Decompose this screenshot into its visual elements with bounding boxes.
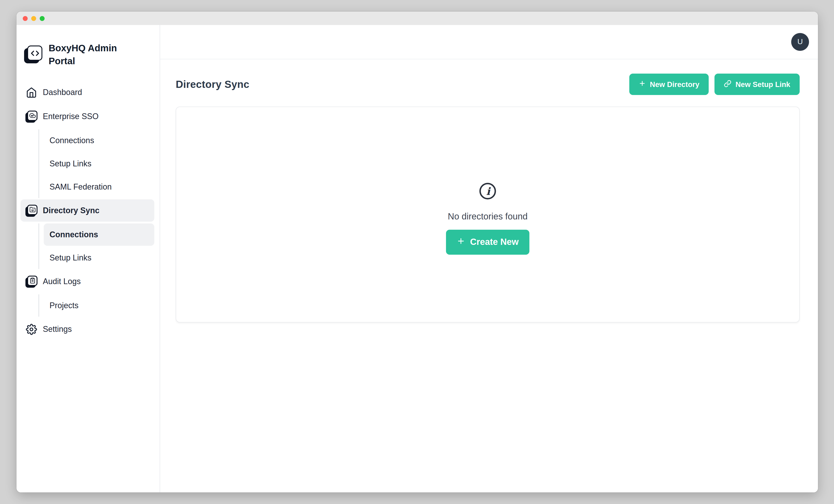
close-window-button[interactable] — [23, 16, 28, 21]
plus-icon — [639, 80, 646, 89]
new-setup-link-button[interactable]: New Setup Link — [715, 73, 800, 95]
directory-sync-subgroup: Connections Setup Links — [38, 223, 160, 269]
code-badge-icon — [24, 45, 42, 63]
app-window: BoxyHQ Admin Portal Dashboard — [17, 12, 818, 492]
sidebar-item-label: Enterprise SSO — [43, 112, 98, 121]
sidebar-item-settings[interactable]: Settings — [21, 318, 154, 340]
sidebar-subitem-dsync-connections[interactable]: Connections — [44, 223, 154, 246]
sub-item-label: Connections — [49, 230, 98, 239]
plus-icon — [457, 237, 465, 247]
info-icon: i — [479, 182, 497, 202]
desktop-background: BoxyHQ Admin Portal Dashboard — [0, 0, 834, 504]
sidebar-subitem-sso-setup-links[interactable]: Setup Links — [44, 153, 154, 175]
zoom-window-button[interactable] — [40, 16, 45, 21]
minimize-window-button[interactable] — [31, 16, 36, 21]
avatar-letter: U — [797, 38, 803, 46]
gear-icon — [25, 323, 38, 335]
clipboard-badge-icon — [25, 276, 38, 287]
sidebar-nav: Dashboard Enterprise SSO Co — [17, 81, 160, 340]
brand: BoxyHQ Admin Portal — [24, 42, 127, 67]
sidebar-item-audit-logs[interactable]: Audit Logs — [21, 270, 154, 292]
page-header: Directory Sync New Directory — [176, 73, 800, 95]
sub-item-label: Projects — [49, 301, 79, 310]
sidebar-subitem-saml-federation[interactable]: SAML Federation — [44, 176, 154, 198]
new-directory-button[interactable]: New Directory — [629, 73, 709, 95]
button-label: New Setup Link — [736, 80, 790, 89]
cloud-key-badge-icon — [25, 110, 38, 123]
audit-logs-subgroup: Projects — [38, 294, 160, 317]
sub-item-label: Setup Links — [49, 253, 91, 262]
button-label: New Directory — [650, 80, 699, 89]
sidebar-subitem-sso-connections[interactable]: Connections — [44, 129, 154, 152]
create-new-button[interactable]: Create New — [446, 229, 529, 255]
home-icon — [25, 86, 38, 98]
sidebar-item-enterprise-sso[interactable]: Enterprise SSO — [21, 105, 154, 128]
folder-sync-badge-icon — [25, 204, 38, 217]
page-content: Directory Sync New Directory — [160, 59, 818, 323]
sidebar-item-label: Directory Sync — [43, 206, 100, 215]
avatar[interactable]: U — [791, 33, 809, 51]
empty-state-message: No directories found — [448, 211, 528, 221]
sidebar-item-directory-sync[interactable]: Directory Sync — [21, 199, 154, 222]
sidebar: BoxyHQ Admin Portal Dashboard — [17, 25, 160, 492]
window-titlebar — [17, 12, 818, 25]
sidebar-subitem-dsync-setup-links[interactable]: Setup Links — [44, 247, 154, 269]
page-title: Directory Sync — [176, 78, 249, 90]
main-area: U Directory Sync New Directory — [160, 25, 818, 492]
sub-item-label: SAML Federation — [49, 182, 112, 192]
sub-item-label: Setup Links — [49, 159, 91, 168]
brand-title: BoxyHQ Admin Portal — [49, 42, 120, 67]
page-actions: New Directory New Setup Link — [629, 73, 800, 95]
sidebar-item-label: Settings — [43, 325, 72, 334]
sub-item-label: Connections — [49, 136, 94, 145]
button-label: Create New — [470, 237, 519, 247]
sidebar-item-label: Dashboard — [43, 88, 82, 97]
sidebar-item-label: Audit Logs — [43, 277, 81, 286]
sidebar-subitem-projects[interactable]: Projects — [44, 294, 154, 317]
directories-empty-card: i No directories found Create New — [176, 107, 800, 323]
enterprise-sso-subgroup: Connections Setup Links SAML Federation — [38, 129, 160, 198]
top-navbar: U — [160, 25, 818, 59]
link-icon — [724, 80, 731, 89]
svg-text:i: i — [486, 185, 491, 197]
sidebar-item-dashboard[interactable]: Dashboard — [21, 81, 154, 104]
